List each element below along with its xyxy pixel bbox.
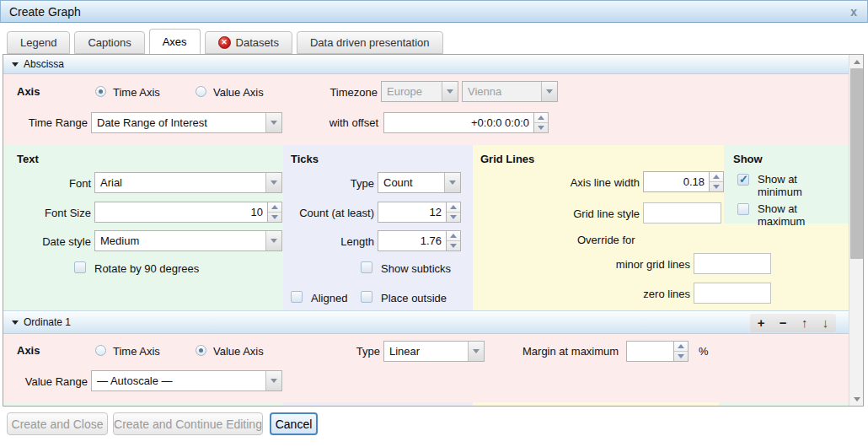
close-icon[interactable]: x (850, 5, 857, 19)
ordinate-value-axis-radio[interactable] (196, 345, 206, 356)
zero-lines-label: zero lines (643, 288, 690, 300)
value-range-label: Value Range (25, 375, 88, 388)
aligned-checkbox[interactable] (291, 291, 303, 303)
text-section-bg (3, 145, 283, 310)
grid-section-title: Grid Lines (480, 153, 534, 165)
abscissa-section-header[interactable]: Abscissa (3, 55, 849, 74)
vertical-scrollbar[interactable] (849, 55, 863, 406)
create-and-continue-button[interactable]: Create and Continue Editing (113, 412, 263, 435)
chevron-down-icon (265, 113, 281, 132)
spin-down-icon[interactable] (268, 212, 281, 222)
tick-length-label: Length (340, 235, 374, 248)
collapse-caret-icon (12, 320, 19, 325)
spinner[interactable] (710, 171, 724, 192)
ordinate-axis-label: Axis (17, 344, 40, 357)
abscissa-axis-label: Axis (17, 85, 40, 98)
override-for-label: Override for (577, 234, 635, 246)
move-up-button[interactable]: ↑ (801, 315, 808, 331)
ordinate-toolbar: + − ↑ ↓ (750, 314, 836, 332)
axes-tab-panel: Abscissa Axis Time Axis Value Axis Timez… (3, 54, 864, 407)
tab-axes[interactable]: Axes (149, 29, 201, 54)
ordinate-type-select[interactable]: Linear (383, 341, 485, 362)
tick-count-label: Count (at least) (299, 207, 374, 219)
abscissa-value-axis-label: Value Axis (213, 86, 264, 99)
rotate-90-checkbox[interactable] (74, 261, 86, 273)
grid-line-style-input[interactable] (643, 202, 721, 224)
tick-type-select[interactable]: Count (378, 172, 461, 193)
value-range-select[interactable]: — Autoscale — (91, 370, 282, 391)
timezone-region-select[interactable]: Europe (381, 81, 458, 102)
tab-bar: Legend Captions Axes ✕ Datasets Data dri… (7, 30, 443, 54)
font-label: Font (69, 177, 91, 190)
place-outside-checkbox[interactable] (361, 291, 372, 303)
remove-ordinate-button[interactable]: − (780, 315, 787, 331)
chevron-down-icon (541, 82, 557, 101)
spinner[interactable] (268, 202, 282, 223)
spin-down-icon[interactable] (710, 181, 723, 191)
grid-line-style-label: Grid line style (573, 207, 640, 220)
tick-count-input[interactable]: 12 (378, 202, 461, 223)
spin-down-icon[interactable] (534, 122, 548, 132)
scroll-down-icon[interactable] (849, 392, 864, 406)
spin-up-icon[interactable] (447, 202, 460, 212)
spinner[interactable] (447, 202, 461, 223)
ordinate-time-axis-label: Time Axis (113, 345, 160, 358)
abscissa-value-axis-radio[interactable] (196, 86, 206, 97)
ordinate-section-header[interactable]: Ordinate 1 (3, 310, 849, 334)
offset-label: with offset (330, 116, 378, 129)
scrollbar-thumb[interactable] (850, 68, 863, 259)
tab-legend[interactable]: Legend (7, 31, 70, 54)
spin-up-icon[interactable] (710, 172, 723, 181)
axis-line-width-input[interactable]: 0.18 (643, 171, 724, 192)
minor-grid-lines-input[interactable] (694, 253, 771, 274)
ordinate-time-axis-radio[interactable] (95, 345, 106, 356)
spin-up-icon[interactable] (268, 202, 281, 212)
chevron-down-icon (468, 342, 484, 361)
spin-up-icon[interactable] (674, 342, 688, 351)
spin-up-icon[interactable] (534, 113, 548, 122)
show-at-minimum-checkbox[interactable] (737, 174, 749, 186)
tab-captions[interactable]: Captions (74, 31, 144, 54)
add-ordinate-button[interactable]: + (758, 315, 765, 331)
font-select[interactable]: Arial (94, 172, 282, 193)
abscissa-time-axis-label: Time Axis (113, 86, 160, 99)
show-subticks-checkbox[interactable] (361, 261, 372, 273)
ticks-section-bg (283, 145, 473, 310)
spin-down-icon[interactable] (674, 351, 688, 361)
offset-input[interactable]: +0:0:0 0:0:0 (383, 112, 549, 133)
abscissa-title: Abscissa (24, 58, 64, 70)
move-down-button[interactable]: ↓ (822, 315, 829, 331)
date-style-select[interactable]: Medium (94, 230, 282, 251)
create-and-close-button[interactable]: Create and Close (7, 412, 108, 435)
abscissa-time-axis-radio[interactable] (95, 86, 106, 97)
spinner[interactable] (674, 341, 689, 362)
font-size-label: Font Size (45, 207, 91, 219)
spin-down-icon[interactable] (447, 240, 460, 250)
chevron-down-icon (265, 173, 281, 192)
next-section-sliver (719, 402, 849, 406)
font-size-input[interactable]: 10 (94, 202, 282, 223)
tick-length-input[interactable]: 1.76 (378, 230, 461, 251)
text-section-title: Text (17, 153, 39, 165)
tab-datasets[interactable]: ✕ Datasets (205, 31, 292, 54)
axis-line-width-label: Axis line width (571, 176, 640, 189)
show-at-maximum-label: Show at maximum (758, 202, 818, 228)
spinner[interactable] (534, 112, 549, 133)
timezone-city-select[interactable]: Vienna (462, 81, 558, 102)
cancel-button[interactable]: Cancel (270, 412, 318, 435)
tab-data-driven-presentation[interactable]: Data driven presentation (297, 31, 443, 54)
show-at-minimum-label: Show at minimum (758, 173, 818, 198)
spinner[interactable] (447, 230, 461, 251)
next-section-sliver (283, 402, 473, 406)
show-at-maximum-checkbox[interactable] (737, 203, 749, 215)
margin-at-maximum-input[interactable] (626, 341, 689, 362)
time-range-select[interactable]: Date Range of Interest (91, 112, 282, 133)
zero-lines-input[interactable] (694, 283, 771, 304)
margin-unit-label: % (699, 345, 709, 358)
spin-down-icon[interactable] (447, 212, 460, 222)
ordinate-type-label: Type (356, 345, 380, 358)
spin-up-icon[interactable] (447, 231, 460, 240)
show-subticks-label: Show subticks (381, 262, 451, 275)
minor-grid-lines-label: minor grid lines (616, 258, 690, 271)
scroll-up-icon[interactable] (849, 55, 864, 68)
